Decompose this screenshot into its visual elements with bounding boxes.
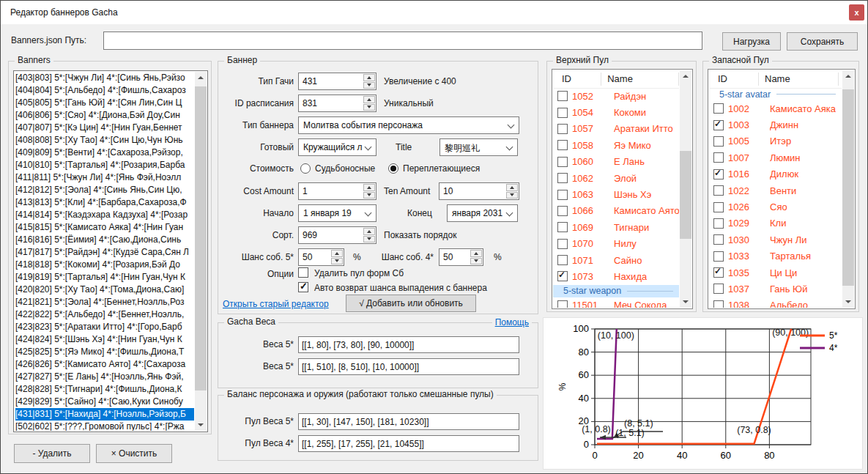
close-button[interactable]: x	[849, 4, 864, 21]
banner-list-item[interactable]: [411|811] 5*:[Чжун Ли] 4*:[Янь Фэй,Ноэлл	[15, 171, 194, 184]
banner-list-item[interactable]: [407|807] 5*:[Кэ Цин] 4*:[Нин Гуан,Бенне…	[15, 122, 194, 134]
help-link[interactable]: Помощь	[492, 317, 532, 327]
scroll-up-icon[interactable]	[195, 72, 207, 84]
pool-row[interactable]: 1062Элой	[553, 170, 679, 186]
pool-row-checkbox[interactable]	[713, 120, 724, 130]
scroll-up-icon[interactable]	[842, 70, 854, 82]
clear-banners-button[interactable]: × Очистить	[96, 444, 172, 463]
pool-weights5-input[interactable]	[298, 413, 519, 430]
spin-down-icon[interactable]	[506, 192, 518, 199]
pool-row[interactable]: 1071Сайно	[553, 252, 679, 268]
banner-list-item[interactable]: [410|810] 5*:[Тарталья] 4*:[Розария,Барб…	[15, 159, 194, 171]
banner-list-item[interactable]: [405|805] 5*:[Гань Юй] 4*:[Сян Лин,Син Ц	[15, 97, 194, 109]
pool-row[interactable]: 1038Альбедо	[709, 297, 842, 308]
pool-row-checkbox[interactable]	[557, 140, 568, 150]
banner-list-item[interactable]: [424|824] 5*:[Шэнь Хэ] 4*:[Нин Гуан,Чун …	[15, 333, 194, 346]
banner-list-item[interactable]: [408|808] 5*:[Ху Тао] 4*:[Син Цю,Чун Юнь	[15, 134, 194, 147]
spin-down-icon[interactable]	[363, 82, 375, 89]
banner-list-item[interactable]: [422|822] 5*:[Альбедо] 4*:[Беннет,Ноэлль…	[15, 308, 194, 321]
pool-row-checkbox[interactable]	[713, 103, 724, 114]
pool-row-checkbox[interactable]	[557, 222, 568, 232]
banner-list-item[interactable]: [413|813] 5*:[Кли] 4*:[Барбара,Сахароза,…	[15, 196, 194, 209]
delete-banner-button[interactable]: - Удалить	[14, 444, 90, 463]
scroll-up-icon[interactable]	[680, 70, 691, 82]
banner-list-item[interactable]: [418|818] 5*:[Кокоми] 4*:[Розария,Бэй До	[15, 259, 194, 271]
pool-row-checkbox[interactable]	[557, 300, 568, 308]
pool-row-checkbox[interactable]	[713, 267, 724, 278]
pool-row-checkbox[interactable]	[557, 108, 568, 118]
begin-date-select[interactable]: 1 января 19	[298, 204, 376, 222]
pool-row-checkbox[interactable]	[557, 173, 568, 183]
spin-down-icon[interactable]	[470, 258, 482, 265]
pool-row[interactable]: 11501Меч Сокола	[553, 297, 679, 308]
banner-list-item[interactable]: [404|804] 5*:[Альбедо] 4*:[Фишль,Сахароз	[15, 84, 194, 97]
prefab-select[interactable]: Кружащийся л	[298, 138, 376, 156]
upper-pool-list[interactable]: ID Name 1052Райдэн1054Кокоми1057Аратаки …	[552, 69, 693, 309]
pool-row[interactable]: 1070Нилу	[553, 236, 679, 252]
pool-row-checkbox[interactable]	[557, 91, 568, 101]
banner-list-item[interactable]: [412|812] 5*:[Эола] 4*:[Синь Янь,Син Цю,	[15, 184, 194, 196]
weights5-input-1[interactable]	[298, 336, 519, 353]
banner-list-item[interactable]: [428|828] 5*:[Тигнари] 4*:[Фишль,Диона,К	[15, 383, 194, 396]
banner-list-item[interactable]: [416|816] 5*:[Ёимия] 4*:[Саю,Диона,Синь	[15, 234, 194, 246]
pool-row-checkbox[interactable]	[557, 255, 568, 265]
scroll-down-icon[interactable]	[195, 419, 207, 431]
scroll-down-icon[interactable]	[842, 296, 854, 308]
pool-row-checkbox[interactable]	[713, 136, 724, 147]
spin-down-icon[interactable]	[331, 258, 343, 265]
banner-list-item[interactable]: [423|823] 5*:[Аратаки Итто] 4*:[Горо,Бар…	[15, 321, 194, 333]
pool-row[interactable]: 1016Дилюк	[709, 166, 842, 182]
pool-row[interactable]: 1066Камисато Аято	[553, 203, 679, 219]
pool-row[interactable]: 1069Тигнари	[553, 219, 679, 235]
pool-row-checkbox[interactable]	[713, 202, 724, 212]
spin-down-icon[interactable]	[363, 236, 375, 243]
pool-row[interactable]: 1033Тарталья	[709, 248, 842, 264]
banner-list-item[interactable]: [431|831] 5*:[Нахида] 4*:[Ноэлль,Рэйзор,…	[15, 408, 194, 421]
pool-row-checkbox[interactable]	[713, 251, 724, 262]
pool-row-checkbox[interactable]	[713, 218, 724, 229]
cost-radio-fate[interactable]	[300, 163, 311, 174]
banner-list-item[interactable]: [417|817] 5*:[Райдэн] 4*:[Кудзё Сара,Сян…	[15, 246, 194, 259]
scroll-thumb[interactable]	[842, 89, 854, 286]
save-button[interactable]: Сохранять	[787, 32, 858, 51]
banner-list-item[interactable]: [429|829] 5*:[Сайно] 4*:[Саю,Куки Синобу	[15, 396, 194, 408]
pool-row-checkbox[interactable]	[557, 271, 568, 281]
banner-list-item[interactable]: [426|826] 5*:[Камисато Аято] 4*:[Сахароз…	[15, 358, 194, 371]
banner-list-item[interactable]: [415|815] 5*:[Камисато Аяка] 4*:[Нин Гуа…	[15, 221, 194, 234]
gacha-type-stepper[interactable]	[298, 73, 376, 90]
banner-list-item[interactable]: [406|806] 5*:[Сяо] 4*:[Диона,Бэй Доу,Син	[15, 109, 194, 122]
pool-row-checkbox[interactable]	[713, 284, 724, 294]
banner-list-item[interactable]: [425|825] 5*:[Яэ Мико] 4*:[Фишль,Диона,Т	[15, 346, 194, 358]
path-input[interactable]	[103, 32, 702, 50]
pool-row[interactable]: 1073Нахида	[553, 268, 679, 284]
spin-up-icon[interactable]	[363, 184, 375, 191]
upper-pool-scrollbar[interactable]	[680, 70, 691, 308]
banner-list-item[interactable]: [502|602] 5*:[???,Громовой пульс] 4*:[Рж…	[15, 421, 194, 431]
title-select[interactable]: 黎明巡礼	[439, 138, 518, 156]
spin-up-icon[interactable]	[470, 250, 482, 257]
reserve-pool-scrollbar[interactable]	[842, 70, 854, 308]
banners-scrollbar[interactable]	[195, 72, 207, 431]
banner-list-item[interactable]: [419|819] 5*:[Тарталья] 4*:[Нин Гуан,Чун…	[15, 271, 194, 284]
pool-row[interactable]: 1003Джинн	[709, 116, 842, 133]
scroll-thumb[interactable]	[680, 151, 691, 239]
pool-row[interactable]: 1029Кли	[709, 215, 842, 232]
pool-row[interactable]: 1054Кокоми	[553, 104, 679, 120]
pool-row-checkbox[interactable]	[557, 190, 568, 200]
chance4-stepper[interactable]	[439, 248, 483, 266]
pool-row[interactable]: 1037Гань Юй	[709, 281, 842, 297]
pool-row-checkbox[interactable]	[557, 206, 568, 216]
scroll-thumb[interactable]	[195, 86, 207, 390]
open-old-editor-link[interactable]: Открыть старый редактор	[223, 299, 329, 309]
spin-down-icon[interactable]	[363, 104, 375, 111]
banner-list-item[interactable]: [403|803] 5*:[Чжун Ли] 4*:[Синь Янь,Рэйз…	[15, 72, 194, 84]
banners-listbox[interactable]: [403|803] 5*:[Чжун Ли] 4*:[Синь Янь,Рэйз…	[13, 70, 208, 432]
pool-row[interactable]: 1052Райдэн	[553, 88, 679, 104]
option-auto-return-checkbox[interactable]	[298, 282, 308, 292]
cost-amount-stepper[interactable]	[298, 182, 376, 200]
pool-row-checkbox[interactable]	[557, 239, 568, 249]
cost-radio-intertwined[interactable]	[388, 163, 398, 174]
add-update-button[interactable]: √ Добавить или обновить	[346, 295, 476, 312]
banner-list-item[interactable]: [420|820] 5*:[Ху Тао] 4*:[Тома,Диона,Саю…	[15, 284, 194, 296]
pool-row-checkbox[interactable]	[713, 169, 724, 179]
